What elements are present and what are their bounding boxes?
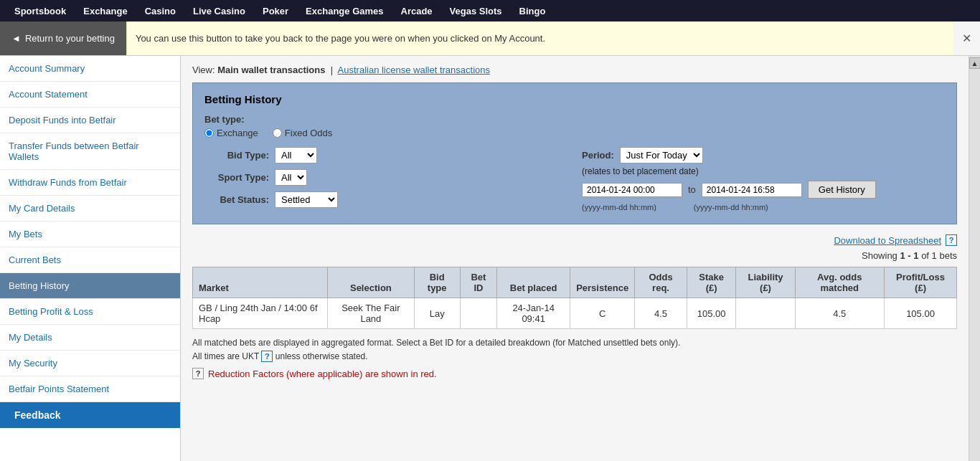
nav-item-casino[interactable]: Casino <box>136 0 184 22</box>
cell-bet-placed: 24-Jan-14 09:41 <box>497 298 570 329</box>
sidebar-item-account-summary[interactable]: Account Summary <box>0 56 180 82</box>
cell-bet-id <box>460 298 497 329</box>
fixed-odds-radio-label[interactable]: Fixed Odds <box>273 128 332 138</box>
top-navigation: const navData = JSON.parse(document.getE… <box>0 0 980 22</box>
period-label: Period: <box>582 150 614 161</box>
scrollbar[interactable]: ▲ <box>969 56 980 461</box>
return-to-betting-button[interactable]: ◄ Return to your betting <box>0 22 126 55</box>
col-bet-placed: Bet placed <box>497 267 570 298</box>
cell-stake: 105.00 <box>687 298 736 329</box>
nav-item-exchange[interactable]: Exchange <box>75 0 136 22</box>
sidebar-item-current-bets[interactable]: Current Bets <box>0 247 180 273</box>
col-bid-type: Bid type <box>414 267 460 298</box>
period-section: Period: Just For Today Yesterday Last 7 … <box>582 147 945 212</box>
footnote-times-text: All times are UKT <box>192 351 259 361</box>
reduction-help-icon[interactable]: ? <box>192 368 204 379</box>
ukt-help-icon[interactable]: ? <box>261 351 273 362</box>
sidebar-item-betting-history[interactable]: Betting History <box>0 273 180 299</box>
sport-type-select[interactable]: All <box>275 169 307 186</box>
nav-item-arcade[interactable]: Arcade <box>392 0 441 22</box>
date-from-input[interactable] <box>582 183 682 197</box>
form-left: Bid Type: All Back Lay Sport Type: All <box>204 147 567 214</box>
main-wallet-label: Main wallet transactions <box>217 65 325 75</box>
return-button-label: Return to your betting <box>25 33 115 44</box>
bid-type-label: Bid Type: <box>204 150 269 161</box>
period-row: Period: Just For Today Yesterday Last 7 … <box>582 147 945 163</box>
bets-table-body: GB / Ling 24th Jan / 14:00 6f Hcap Seek … <box>193 298 957 329</box>
cell-bid-type: Lay <box>414 298 460 329</box>
cell-persistence: C <box>570 298 635 329</box>
exchange-radio-label[interactable]: Exchange <box>204 128 258 138</box>
sidebar-item-my-card-details[interactable]: My Card Details <box>0 196 180 222</box>
view-line: View: Main wallet transactions | Austral… <box>192 65 957 75</box>
bid-type-row: Bid Type: All Back Lay <box>204 147 567 163</box>
date-to-separator: to <box>688 184 696 195</box>
table-row: GB / Ling 24th Jan / 14:00 6f Hcap Seek … <box>193 298 957 329</box>
nav-item-vegas-slots[interactable]: Vegas Slots <box>441 0 511 22</box>
bet-type-label: Bet type: <box>204 114 245 125</box>
close-notice-button[interactable]: ✕ <box>953 22 980 55</box>
cell-selection: Seek The Fair Land <box>327 298 414 329</box>
sidebar-item-betting-profit--loss[interactable]: Betting Profit & Loss <box>0 299 180 325</box>
bid-type-select[interactable]: All Back Lay <box>275 147 317 163</box>
fixed-odds-radio[interactable] <box>273 128 282 138</box>
sidebar-item-transfer-funds-between-betfair-wallets[interactable]: Transfer Funds between Betfair Wallets <box>0 133 180 170</box>
sidebar-item-my-details[interactable]: My Details <box>0 325 180 351</box>
date-hint: (yyyy-mm-dd hh:mm) (yyyy-mm-dd hh:mm) <box>582 203 945 212</box>
return-notice-text: You can use this button to take you back… <box>136 33 545 44</box>
col-market: Market <box>193 267 328 298</box>
nav-item-exchange-games[interactable]: Exchange Games <box>297 0 392 22</box>
fixed-odds-label: Fixed Odds <box>285 128 332 138</box>
download-spreadsheet-link[interactable]: Download to Spreadsheet <box>834 235 941 246</box>
action-bar: Download to Spreadsheet ? <box>192 234 957 246</box>
betting-history-panel: Betting History Bet type: Exchange Fixed… <box>192 82 957 224</box>
aus-wallet-link[interactable]: Australian license wallet transactions <box>338 65 490 75</box>
nav-item-live-casino[interactable]: Live Casino <box>184 0 254 22</box>
col-avg-odds: Avg. odds matched <box>795 267 885 298</box>
form-right: Period: Just For Today Yesterday Last 7 … <box>582 147 945 214</box>
col-odds-req: Odds req. <box>635 267 687 298</box>
arrow-left-icon: ◄ <box>11 33 21 44</box>
nav-item-poker[interactable]: Poker <box>254 0 297 22</box>
col-selection: Selection <box>327 267 414 298</box>
reduction-text: Reduction Factors (where applicable) are… <box>208 369 437 379</box>
footnotes: All matched bets are displayed in aggreg… <box>192 338 957 362</box>
main-layout: const d2 = JSON.parse(document.getElemen… <box>0 56 980 461</box>
date-range: to Get History <box>582 181 945 199</box>
content-area: View: Main wallet transactions | Austral… <box>181 56 969 461</box>
scroll-up-arrow[interactable]: ▲ <box>969 57 981 69</box>
get-history-button[interactable]: Get History <box>808 181 876 199</box>
view-label: View: <box>192 65 215 75</box>
bet-status-row: Bet Status: Settled Unsettled Cancelled <box>204 191 567 208</box>
bet-type-row: Bet type: Exchange Fixed Odds <box>204 114 945 138</box>
sidebar-item-my-bets[interactable]: My Bets <box>0 222 180 247</box>
showing-label: Showing <box>862 250 897 261</box>
footnote-times: All times are UKT ? unless otherwise sta… <box>192 351 957 362</box>
bet-status-label: Bet Status: <box>204 194 269 205</box>
date-format-from: (yyyy-mm-dd hh:mm) <box>582 203 656 212</box>
date-to-input[interactable] <box>702 183 802 197</box>
form-grid: Bid Type: All Back Lay Sport Type: All <box>204 147 945 214</box>
sidebar-item-withdraw-funds-from-betfair[interactable]: Withdraw Funds from Betfair <box>0 170 180 196</box>
sidebar-item-deposit-funds-into-betfair[interactable]: Deposit Funds into Betfair <box>0 108 180 133</box>
footnote-stated: unless otherwise stated. <box>275 351 368 361</box>
sidebar-item-my-security[interactable]: My Security <box>0 351 180 376</box>
bet-status-select[interactable]: Settled Unsettled Cancelled <box>275 191 338 208</box>
col-stake: Stake (£) <box>687 267 736 298</box>
sidebar: const d2 = JSON.parse(document.getElemen… <box>0 56 181 461</box>
cell-liability <box>736 298 795 329</box>
feedback-button[interactable]: Feedback <box>0 402 180 428</box>
nav-item-bingo[interactable]: Bingo <box>511 0 555 22</box>
cell-avg-odds: 4.5 <box>795 298 885 329</box>
download-help-icon[interactable]: ? <box>946 234 957 246</box>
period-select[interactable]: Just For Today Yesterday Last 7 Days Las… <box>620 147 703 163</box>
bet-type-radio-group: Exchange Fixed Odds <box>204 128 945 138</box>
exchange-label: Exchange <box>217 128 258 138</box>
sidebar-item-account-statement[interactable]: Account Statement <box>0 82 180 108</box>
return-bar: ◄ Return to your betting You can use thi… <box>0 22 980 56</box>
sidebar-item-betfair-points-statement[interactable]: Betfair Points Statement <box>0 376 180 402</box>
exchange-radio[interactable] <box>204 128 214 138</box>
sport-type-label: Sport Type: <box>204 172 269 183</box>
nav-item-sportsbook[interactable]: Sportsbook <box>6 0 75 22</box>
col-profit-loss: Profit/Loss (£) <box>885 267 957 298</box>
